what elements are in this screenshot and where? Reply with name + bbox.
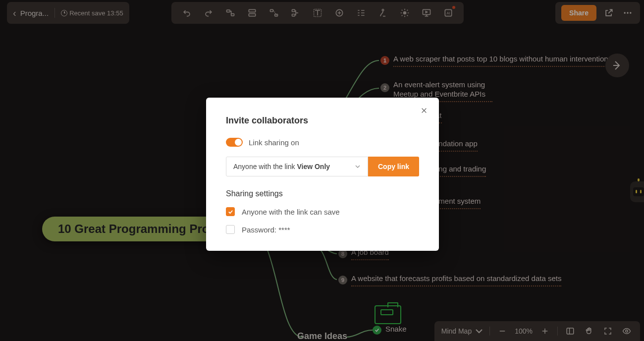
copy-link-button[interactable]: Copy link: [368, 157, 419, 176]
modal-title: Invite collaborators: [226, 115, 419, 126]
password-label-text: Password:: [242, 226, 278, 234]
sharing-settings-title: Sharing settings: [226, 189, 419, 198]
permission-mode: View Only: [297, 163, 330, 170]
permission-prefix: Anyone with the link: [233, 163, 297, 170]
password-checkbox[interactable]: [226, 225, 235, 234]
permission-select-text: Anyone with the link View Only: [233, 163, 330, 170]
close-icon[interactable]: [418, 105, 430, 116]
link-sharing-label: Link sharing on: [249, 138, 299, 147]
invite-modal: Invite collaborators Link sharing on Any…: [206, 98, 439, 251]
can-save-label: Anyone with the link can save: [242, 208, 340, 216]
link-sharing-toggle[interactable]: [226, 138, 243, 147]
password-label: Password: ****: [242, 226, 290, 234]
password-value: ****: [278, 226, 290, 234]
permission-select[interactable]: Anyone with the link View Only: [226, 157, 368, 176]
chevron-down-icon: [355, 164, 361, 170]
can-save-checkbox[interactable]: [226, 207, 235, 216]
